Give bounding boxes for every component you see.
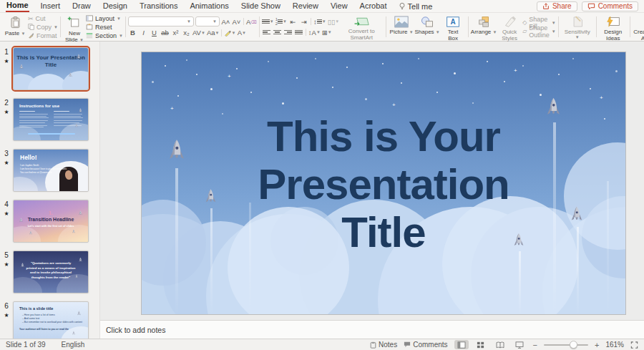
zoom-in-button[interactable]: + xyxy=(595,341,599,349)
transition-star-icon: ★ xyxy=(4,109,9,115)
superscript-button[interactable]: x² xyxy=(171,28,180,37)
slide-thumb-row-4: 4★ 1. Transition Headline Let's start wi… xyxy=(0,200,99,243)
menu-tab-animations[interactable]: Animations xyxy=(189,1,229,11)
subscript-button[interactable]: x₂ xyxy=(182,28,191,37)
menu-tab-design[interactable]: Design xyxy=(102,1,128,11)
increase-indent-button[interactable]: ⇥ xyxy=(299,17,308,26)
comments-toggle-button[interactable]: Comments xyxy=(404,341,447,349)
paste-icon xyxy=(9,16,22,29)
comments-button[interactable]: Comments xyxy=(582,1,638,11)
character-spacing-button[interactable]: AV▼ xyxy=(192,28,205,37)
bold-button[interactable]: B xyxy=(128,28,137,37)
section-button[interactable]: Section ▼ xyxy=(86,31,123,39)
shape-outline-icon: ▱ xyxy=(522,28,527,34)
copy-button[interactable]: Copy ▼ xyxy=(28,23,58,31)
ribbon: Paste ▼ ✂Cut Copy ▼ Format New Slide ▼ L… xyxy=(0,13,644,42)
menu-tab-slideshow[interactable]: Slide Show xyxy=(240,1,281,11)
tell-me-control[interactable]: Tell me xyxy=(399,2,433,11)
font-name-select[interactable]: ▼ xyxy=(128,16,194,26)
main-slide[interactable]: +++++ xyxy=(141,52,626,315)
comment-icon xyxy=(587,3,595,10)
slide-thumbnail-2[interactable]: Instructions for use xyxy=(13,98,89,141)
highlight-color-button[interactable]: ▼ xyxy=(224,28,235,37)
cut-button[interactable]: ✂Cut xyxy=(28,14,58,22)
transition-star-icon: ★ xyxy=(4,160,9,166)
design-ideas-button[interactable]: Design Ideas xyxy=(599,14,628,39)
reading-view-button[interactable] xyxy=(493,340,507,349)
font-color-button[interactable]: A▼ xyxy=(237,28,246,37)
align-left-button[interactable] xyxy=(262,28,271,37)
notes-pane[interactable]: Click to add notes xyxy=(100,320,644,339)
zoom-slider-knob[interactable] xyxy=(570,341,577,349)
zoom-percentage[interactable]: 161% xyxy=(605,341,624,349)
align-right-button[interactable] xyxy=(283,28,293,37)
picture-icon xyxy=(394,16,409,28)
rocket-icon xyxy=(169,137,185,170)
bullets-button[interactable]: ▼ xyxy=(262,17,274,26)
slide-number: 3 xyxy=(4,150,9,157)
shape-outline-button[interactable]: ▱Shape Outline ▼ xyxy=(522,27,556,35)
slide-thumb-row-3: 3★ Hello! I am Jayden Smith I am here be… xyxy=(0,149,99,192)
zoom-out-button[interactable]: − xyxy=(533,341,537,349)
highlighter-icon xyxy=(224,29,231,37)
slide-thumbnail-6[interactable]: This is a slide title ‒ Here you have a … xyxy=(13,301,89,339)
svg-text:A: A xyxy=(451,18,456,26)
line-spacing-button[interactable]: ↕▼ xyxy=(313,17,326,26)
powerpoint-window: Home Insert Draw Design Transitions Anim… xyxy=(0,0,644,350)
slide-number: 5 xyxy=(4,251,9,259)
normal-view-button[interactable] xyxy=(454,340,469,349)
font-size-select[interactable]: ▼ xyxy=(195,16,220,26)
slide-thumbnail-3[interactable]: Hello! I am Jayden Smith I am here becau… xyxy=(13,149,89,192)
slide-thumbnail-4[interactable]: 1. Transition Headline Let's start with … xyxy=(13,200,89,243)
underline-button[interactable]: U xyxy=(150,28,159,37)
text-direction-button[interactable]: ↕A▼ xyxy=(308,28,321,37)
align-text-button[interactable]: ⊞▼ xyxy=(322,28,332,37)
increase-font-button[interactable]: A˄ xyxy=(221,17,230,26)
fit-to-window-icon[interactable] xyxy=(630,341,638,349)
text-box-button[interactable]: A Text Box xyxy=(440,14,466,39)
slide-thumbnail-1[interactable]: This is Your Presentation Title xyxy=(13,47,89,90)
slide-title-text[interactable]: This is Your Presentation Title xyxy=(215,112,552,257)
justify-button[interactable] xyxy=(294,28,303,37)
slide-sorter-view-button[interactable] xyxy=(474,340,488,349)
slide-thumbnail-5[interactable]: "Quotations are commonly printed as a me… xyxy=(13,251,89,293)
picture-button[interactable]: Picture ▼ xyxy=(389,14,414,39)
sensitivity-button[interactable]: Sensitivity ▼ xyxy=(561,14,594,39)
decrease-indent-button[interactable]: ⇤ xyxy=(288,17,298,26)
layout-button[interactable]: Layout ▼ xyxy=(86,14,123,22)
italic-button[interactable]: I xyxy=(139,28,148,37)
menu-tab-insert[interactable]: Insert xyxy=(40,1,62,11)
menu-tab-home[interactable]: Home xyxy=(6,0,29,12)
shapes-button[interactable]: Shapes ▼ xyxy=(414,14,440,39)
quick-styles-button[interactable]: Quick Styles xyxy=(497,14,522,39)
new-slide-button[interactable]: New Slide ▼ xyxy=(63,14,86,39)
paste-button[interactable]: Paste ▼ xyxy=(2,14,28,39)
menu-tab-view[interactable]: View xyxy=(330,1,348,11)
notes-toggle-button[interactable]: Notes xyxy=(370,341,397,349)
format-painter-button[interactable]: Format xyxy=(28,31,58,39)
numbering-button[interactable]: 12▼ xyxy=(275,17,287,26)
strikethrough-button[interactable]: ab xyxy=(160,28,170,37)
arrange-button[interactable]: Arrange ▼ xyxy=(471,14,497,39)
convert-smartart-button[interactable]: Convert to SmartArt xyxy=(339,14,384,39)
slideshow-view-button[interactable] xyxy=(512,340,527,349)
copy-icon xyxy=(28,24,34,30)
notes-placeholder: Click to add notes xyxy=(106,326,165,334)
align-center-button[interactable] xyxy=(273,28,282,37)
menu-tab-draw[interactable]: Draw xyxy=(72,1,92,11)
section-icon xyxy=(86,32,93,39)
reset-icon xyxy=(86,24,93,30)
share-button[interactable]: Share xyxy=(537,1,577,11)
language-indicator[interactable]: English xyxy=(62,341,85,349)
menu-tab-acrobat[interactable]: Acrobat xyxy=(359,1,388,11)
decrease-font-button[interactable]: A˅ xyxy=(232,17,241,26)
slide-thumbnail-panel: 1★ This is Your Presentation Title 2★ In… xyxy=(0,42,100,339)
reset-button[interactable]: Reset xyxy=(86,23,123,31)
zoom-slider[interactable] xyxy=(544,344,588,346)
menu-tab-review[interactable]: Review xyxy=(292,1,319,11)
clear-formatting-button[interactable]: A⌫ xyxy=(246,17,257,26)
adobe-pdf-button[interactable]: Create and Share Adobe PDF xyxy=(633,14,644,39)
columns-button[interactable]: ▯▯▼ xyxy=(328,17,339,26)
change-case-button[interactable]: Aa▼ xyxy=(207,28,220,37)
menu-tab-transitions[interactable]: Transitions xyxy=(139,1,178,11)
